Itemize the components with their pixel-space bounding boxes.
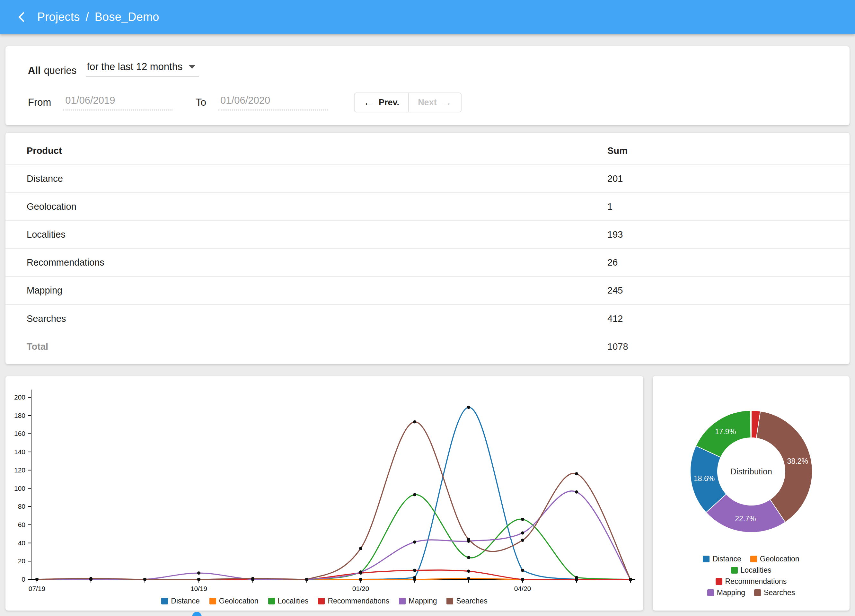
- to-label: To: [196, 97, 206, 108]
- svg-text:200: 200: [14, 394, 25, 401]
- data-point: [359, 547, 362, 550]
- sum-column-header: Sum: [607, 146, 828, 156]
- slice-percentage-label: 17.9%: [715, 428, 736, 436]
- distribution-chart-card: 38.2%22.7%18.6%17.9%Distribution Distanc…: [653, 376, 850, 611]
- from-date-input[interactable]: [63, 95, 173, 110]
- donut-slice-geolocation: [751, 411, 751, 438]
- prev-button[interactable]: ← Prev.: [355, 93, 409, 112]
- from-label: From: [28, 97, 51, 108]
- data-point: [629, 578, 632, 581]
- arrow-left-icon: ←: [363, 97, 374, 108]
- legend-item-distance[interactable]: Distance: [161, 597, 199, 605]
- table-row: Mapping245: [5, 277, 850, 305]
- pagination-group: ← Prev. Next →: [354, 92, 461, 112]
- legend-item-recommendations[interactable]: Recommendations: [716, 577, 787, 586]
- table-row: Geolocation1: [5, 193, 850, 221]
- legend-swatch-icon: [703, 556, 709, 562]
- data-point: [575, 490, 578, 493]
- data-point: [575, 578, 578, 581]
- app-header: Projects / Bose_Demo: [0, 0, 855, 34]
- product-cell: Mapping: [27, 285, 607, 296]
- date-range-select[interactable]: for the last 12 months: [86, 61, 199, 77]
- legend-item-localities[interactable]: Localities: [268, 597, 309, 605]
- legend-swatch-icon: [707, 589, 714, 596]
- sum-cell: 245: [607, 285, 828, 296]
- svg-text:60: 60: [18, 521, 25, 528]
- back-button[interactable]: [14, 9, 29, 25]
- product-cell: Distance: [27, 173, 607, 184]
- sum-cell: 201: [607, 173, 828, 184]
- breadcrumb: Projects / Bose_Demo: [37, 10, 159, 24]
- svg-text:0: 0: [21, 576, 25, 583]
- total-value: 1078: [607, 342, 828, 352]
- legend-swatch-icon: [446, 598, 453, 604]
- product-cell: Geolocation: [27, 201, 607, 212]
- legend-item-mapping[interactable]: Mapping: [399, 597, 437, 605]
- timeseries-line-chart: 02040608010012014016018020007/1910/1901/…: [5, 376, 644, 595]
- legend-item-recommendations[interactable]: Recommendations: [318, 597, 389, 605]
- sum-cell: 1: [607, 201, 828, 212]
- sum-cell: 26: [607, 257, 828, 268]
- data-point: [521, 518, 524, 521]
- data-point: [359, 578, 362, 581]
- slice-percentage-label: 38.2%: [787, 457, 808, 465]
- slice-percentage-label: 22.7%: [735, 515, 756, 523]
- legend-label: Recommendations: [725, 577, 787, 586]
- charts-row: 02040608010012014016018020007/1910/1901/…: [5, 376, 850, 611]
- svg-text:07/19: 07/19: [29, 585, 46, 592]
- slice-percentage-label: 18.6%: [694, 474, 715, 483]
- svg-text:180: 180: [14, 412, 25, 419]
- product-summary-table: Product Sum Distance201Geolocation1Local…: [5, 133, 850, 364]
- line-chart-legend: DistanceGeolocationLocalitiesRecommendat…: [5, 597, 644, 605]
- legend-item-mapping[interactable]: Mapping: [707, 588, 745, 597]
- timeseries-chart-card: 02040608010012014016018020007/1910/1901/…: [5, 376, 644, 611]
- data-point: [521, 578, 524, 581]
- legend-swatch-icon: [399, 598, 406, 604]
- breadcrumb-separator: /: [86, 10, 89, 24]
- donut-chart-legend: DistanceGeolocationLocalitiesRecommendat…: [653, 555, 850, 597]
- chevron-left-icon: [15, 11, 28, 23]
- data-point: [35, 578, 38, 581]
- legend-swatch-icon: [268, 598, 275, 604]
- product-cell: Recommendations: [27, 257, 607, 268]
- legend-label: Mapping: [409, 597, 437, 605]
- donut-legend-row: MappingSearches: [707, 588, 795, 597]
- breadcrumb-current: Bose_Demo: [95, 10, 159, 24]
- donut-title: Distribution: [730, 467, 772, 476]
- data-point: [197, 578, 201, 581]
- main-content: All queries for the last 12 months From …: [0, 34, 855, 611]
- breadcrumb-root[interactable]: Projects: [37, 10, 80, 24]
- to-date-input[interactable]: [218, 95, 328, 110]
- legend-item-geolocation[interactable]: Geolocation: [750, 555, 800, 563]
- donut-legend-row: Recommendations: [716, 577, 787, 586]
- next-button[interactable]: Next →: [409, 93, 461, 112]
- legend-item-searches[interactable]: Searches: [446, 597, 487, 605]
- sum-cell: 412: [607, 313, 828, 324]
- legend-item-searches[interactable]: Searches: [754, 588, 795, 597]
- legend-swatch-icon: [716, 578, 722, 585]
- svg-text:10/19: 10/19: [190, 585, 207, 592]
- svg-text:100: 100: [14, 485, 25, 492]
- legend-item-localities[interactable]: Localities: [731, 566, 771, 575]
- legend-item-geolocation[interactable]: Geolocation: [209, 597, 259, 605]
- series-line-localities: [37, 495, 630, 579]
- legend-label: Searches: [764, 588, 795, 597]
- distribution-donut-chart: 38.2%22.7%18.6%17.9%Distribution: [653, 376, 850, 550]
- legend-label: Geolocation: [760, 555, 800, 563]
- product-cell: Localities: [27, 229, 607, 240]
- svg-text:01/20: 01/20: [352, 585, 369, 592]
- product-cell: Searches: [27, 313, 607, 324]
- donut-legend-row: DistanceGeolocation: [703, 555, 799, 563]
- product-table-body: Distance201Geolocation1Localities193Reco…: [5, 165, 850, 333]
- legend-label: Searches: [456, 597, 487, 605]
- legend-item-distance[interactable]: Distance: [703, 555, 741, 563]
- data-point: [575, 472, 578, 475]
- data-point: [413, 569, 416, 572]
- legend-swatch-icon: [209, 598, 216, 604]
- legend-label: Localities: [278, 597, 309, 605]
- scope-strong-label: All: [28, 65, 41, 77]
- data-point: [251, 577, 254, 580]
- legend-swatch-icon: [318, 598, 325, 604]
- filters-card: All queries for the last 12 months From …: [5, 46, 850, 125]
- table-header-row: Product Sum: [5, 137, 850, 165]
